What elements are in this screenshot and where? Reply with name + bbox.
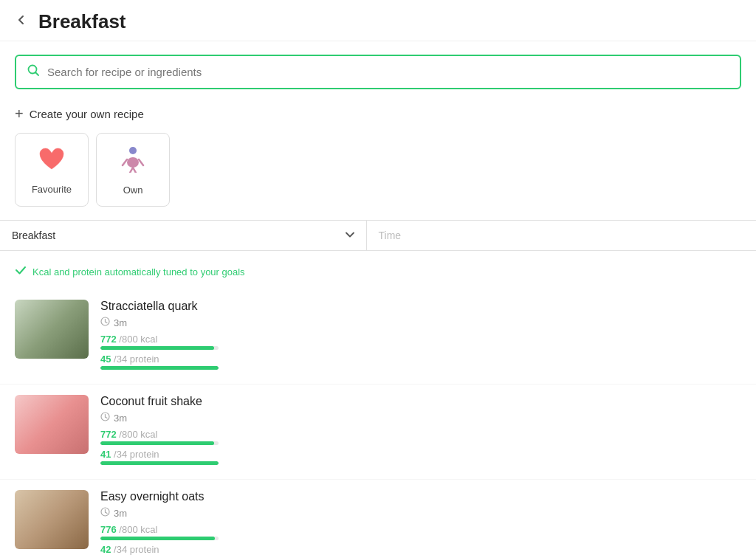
protein-row: 41 /34 protein bbox=[100, 449, 741, 465]
svg-line-13 bbox=[106, 417, 108, 418]
own-icon bbox=[119, 145, 147, 179]
protein-label: 42 /34 protein bbox=[100, 544, 741, 555]
kcal-bar bbox=[100, 346, 214, 350]
protein-max: /34 protein bbox=[114, 449, 159, 460]
protein-label: 41 /34 protein bbox=[100, 449, 741, 460]
protein-max: /34 protein bbox=[114, 544, 159, 555]
kcal-value: 772 bbox=[100, 334, 117, 345]
recipe-info: Stracciatella quark 3m 772 /800 kcal bbox=[100, 300, 741, 373]
svg-line-5 bbox=[139, 159, 143, 165]
recipe-item[interactable]: Coconut fruit shake 3m 772 /800 kcal bbox=[0, 385, 756, 480]
svg-point-3 bbox=[127, 157, 139, 168]
svg-point-2 bbox=[129, 147, 137, 154]
time-filter-placeholder[interactable]: Time bbox=[367, 221, 757, 250]
back-button[interactable] bbox=[15, 13, 28, 30]
filter-row: Breakfast Lunch Dinner Time bbox=[0, 220, 756, 251]
create-own-label: Create your own recipe bbox=[30, 108, 144, 120]
favourite-label: Favourite bbox=[32, 184, 72, 195]
svg-line-10 bbox=[106, 322, 108, 323]
kcal-bar-wrap bbox=[100, 537, 219, 540]
recipe-item[interactable]: Stracciatella quark 3m 772 /800 kcal bbox=[0, 289, 756, 385]
kcal-bar bbox=[100, 441, 214, 445]
recipe-time-value: 3m bbox=[114, 317, 127, 328]
recipe-name: Easy overnight oats bbox=[100, 490, 741, 503]
recipe-thumbnail bbox=[15, 490, 89, 549]
kcal-row: 772 /800 kcal bbox=[100, 334, 741, 350]
protein-label: 45 /34 protein bbox=[100, 354, 741, 365]
check-icon bbox=[15, 264, 27, 279]
protein-row: 42 /34 protein bbox=[100, 544, 741, 555]
recipe-time: 3m bbox=[100, 412, 741, 424]
kcal-bar-wrap bbox=[100, 346, 219, 350]
kcal-max: /800 kcal bbox=[119, 429, 157, 440]
kcal-row: 772 /800 kcal bbox=[100, 429, 741, 445]
protein-max: /34 protein bbox=[114, 354, 159, 365]
kcal-label: 772 /800 kcal bbox=[100, 429, 741, 440]
create-own-recipe[interactable]: + Create your own recipe bbox=[0, 100, 756, 133]
own-label: Own bbox=[123, 185, 143, 196]
protein-value: 41 bbox=[100, 449, 111, 460]
recipe-time: 3m bbox=[100, 507, 741, 519]
svg-line-7 bbox=[133, 168, 136, 173]
svg-line-4 bbox=[123, 159, 127, 165]
kcal-row: 776 /800 kcal bbox=[100, 524, 741, 540]
recipe-name: Stracciatella quark bbox=[100, 300, 741, 313]
protein-bar-wrap bbox=[100, 366, 219, 370]
recipe-list: Stracciatella quark 3m 772 /800 kcal bbox=[0, 289, 756, 555]
kcal-bar bbox=[100, 537, 215, 540]
protein-value: 45 bbox=[100, 354, 111, 365]
protein-bar bbox=[100, 366, 219, 370]
svg-point-0 bbox=[29, 66, 37, 74]
kcal-max: /800 kcal bbox=[119, 524, 157, 535]
protein-bar-wrap bbox=[100, 461, 219, 465]
page-title: Breakfast bbox=[38, 10, 126, 33]
favourite-icon bbox=[38, 145, 66, 178]
clock-icon bbox=[100, 317, 110, 328]
clock-icon bbox=[100, 412, 110, 424]
search-input[interactable] bbox=[47, 66, 729, 78]
search-bar bbox=[15, 55, 741, 89]
kcal-label: 772 /800 kcal bbox=[100, 334, 741, 345]
recipe-thumbnail bbox=[15, 300, 89, 359]
category-row: Favourite Own bbox=[0, 133, 756, 220]
clock-icon bbox=[100, 507, 110, 519]
tuned-notice: Kcal and protein automatically tuned to … bbox=[0, 258, 756, 289]
protein-value: 42 bbox=[100, 544, 111, 555]
kcal-value: 772 bbox=[100, 429, 117, 440]
header: Breakfast bbox=[0, 0, 756, 41]
svg-line-1 bbox=[36, 73, 39, 76]
category-favourite[interactable]: Favourite bbox=[15, 133, 89, 207]
kcal-bar-wrap bbox=[100, 441, 219, 445]
category-own[interactable]: Own bbox=[96, 133, 170, 207]
protein-row: 45 /34 protein bbox=[100, 354, 741, 370]
recipe-name: Coconut fruit shake bbox=[100, 395, 741, 408]
recipe-time: 3m bbox=[100, 317, 741, 328]
recipe-time-value: 3m bbox=[114, 413, 127, 424]
tuned-notice-text: Kcal and protein automatically tuned to … bbox=[32, 266, 245, 278]
svg-line-16 bbox=[106, 512, 108, 514]
recipe-info: Easy overnight oats 3m 776 /800 kcal bbox=[100, 490, 741, 555]
protein-bar bbox=[100, 461, 219, 465]
plus-icon: + bbox=[15, 106, 24, 123]
kcal-max: /800 kcal bbox=[119, 334, 157, 345]
recipe-info: Coconut fruit shake 3m 772 /800 kcal bbox=[100, 395, 741, 469]
meal-filter-wrap: Breakfast Lunch Dinner bbox=[0, 221, 367, 250]
kcal-value: 776 bbox=[100, 524, 117, 535]
recipe-time-value: 3m bbox=[114, 508, 127, 519]
meal-filter-select[interactable]: Breakfast Lunch Dinner bbox=[0, 221, 366, 250]
recipe-thumbnail bbox=[15, 395, 89, 454]
search-icon bbox=[27, 63, 40, 80]
recipe-item[interactable]: Easy overnight oats 3m 776 /800 kcal bbox=[0, 480, 756, 555]
kcal-label: 776 /800 kcal bbox=[100, 524, 741, 535]
